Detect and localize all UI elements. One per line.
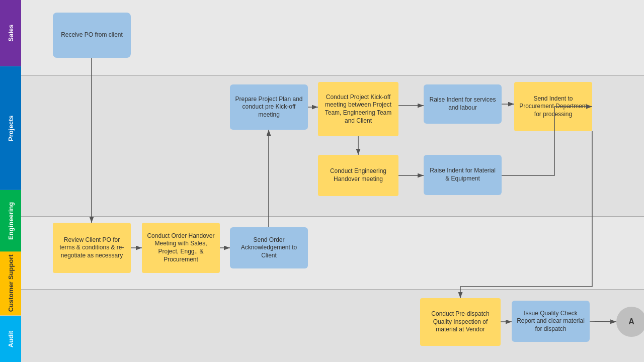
divider-2 [21, 216, 644, 217]
lane-engineering-label: Engineering [0, 190, 21, 252]
node-raise-indent-services: Raise Indent for services and labour [424, 84, 502, 124]
diagram-container: Sales Projects Engineering Customer Supp… [0, 0, 644, 362]
node-send-acknowledgement: Send Order Acknowledgement to Client [230, 227, 308, 268]
node-prepare-plan: Prepare Project Plan and conduct pre Kic… [230, 84, 308, 130]
divider-1 [21, 75, 644, 76]
lane-customer-label: Customer Support [0, 251, 21, 315]
node-send-indent: Send Indent to Procurement Department fo… [514, 82, 592, 131]
node-receive-po: Receive PO from client [53, 13, 131, 58]
node-kickoff: Conduct Project Kick-off meeting between… [318, 82, 398, 136]
node-review-po: Review Client PO for terms & conditions … [53, 223, 131, 273]
node-order-handover: Conduct Order Handover Meeting with Sale… [142, 223, 220, 273]
node-engineering-handover: Conduct Engineering Handover meeting [318, 155, 398, 196]
flow-content: Receive PO from client Prepare Project P… [21, 0, 644, 362]
node-quality-report: Issue Quality Check Report and clear mat… [512, 301, 590, 342]
lanes-column: Sales Projects Engineering Customer Supp… [0, 0, 21, 362]
lane-sales-label: Sales [0, 0, 21, 66]
lane-audit-label: Audit [0, 316, 21, 362]
node-circle-a: A [616, 307, 644, 337]
node-predispatch-quality: Conduct Pre-dispatch Quality Inspection … [420, 298, 501, 346]
lane-projects-label: Projects [0, 66, 21, 190]
node-raise-indent-material: Raise Indent for Material & Equipment [424, 155, 502, 195]
divider-3 [21, 289, 644, 290]
